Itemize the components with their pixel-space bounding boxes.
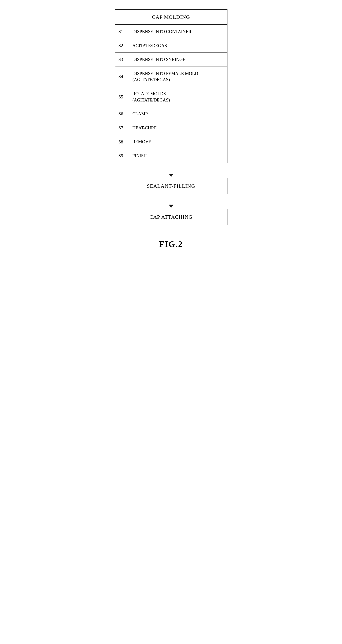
step-label: FINISH: [129, 149, 227, 163]
step-number: S6: [115, 107, 129, 121]
flowchart: CAP MOLDING S1DISPENSE INTO CONTAINERS2A…: [105, 9, 237, 249]
cap-molding-table: CAP MOLDING S1DISPENSE INTO CONTAINERS2A…: [115, 9, 227, 163]
arrow-line-1: [171, 164, 171, 174]
arrow-head-2: [169, 204, 174, 208]
table-row: S4DISPENSE INTO FEMALE MOLD (AGITATE/DEG…: [115, 66, 227, 87]
table-row: S7HEAT-CURE: [115, 121, 227, 135]
table-row: S2AGITATE/DEGAS: [115, 39, 227, 53]
table-row: S3DISPENSE INTO SYRINGE: [115, 53, 227, 67]
arrow-2: [169, 194, 174, 209]
cap-attaching-box: CAP ATTACHING: [115, 209, 227, 225]
table-row: S8REMOVE: [115, 135, 227, 149]
sealant-filling-box: SEALANT-FILLING: [115, 178, 227, 194]
step-number: S1: [115, 24, 129, 39]
step-number: S3: [115, 53, 129, 67]
step-label: HEAT-CURE: [129, 121, 227, 135]
step-number: S8: [115, 135, 129, 149]
step-label: AGITATE/DEGAS: [129, 39, 227, 53]
table-header-row: CAP MOLDING: [115, 10, 227, 24]
step-label: REMOVE: [129, 135, 227, 149]
page-container: CAP MOLDING S1DISPENSE INTO CONTAINERS2A…: [105, 9, 237, 249]
step-number: S2: [115, 39, 129, 53]
table-row: S1DISPENSE INTO CONTAINER: [115, 24, 227, 39]
step-number: S4: [115, 66, 129, 87]
table-row: S9FINISH: [115, 149, 227, 163]
step-number: S7: [115, 121, 129, 135]
step-label: ROTATE MOLDS (AGITATE/DEGAS): [129, 87, 227, 107]
arrow-1: [169, 163, 174, 178]
step-number: S9: [115, 149, 129, 163]
step-label: CLAMP: [129, 107, 227, 121]
step-label: DISPENSE INTO SYRINGE: [129, 53, 227, 67]
arrow-line-2: [171, 195, 171, 204]
arrow-head-1: [169, 174, 174, 177]
step-label: DISPENSE INTO CONTAINER: [129, 24, 227, 39]
table-row: S5ROTATE MOLDS (AGITATE/DEGAS): [115, 87, 227, 107]
cap-molding-header: CAP MOLDING: [115, 10, 227, 24]
step-label: DISPENSE INTO FEMALE MOLD (AGITATE/DEGAS…: [129, 66, 227, 87]
figure-label: FIG.2: [159, 239, 183, 249]
table-row: S6CLAMP: [115, 107, 227, 121]
step-number: S5: [115, 87, 129, 107]
